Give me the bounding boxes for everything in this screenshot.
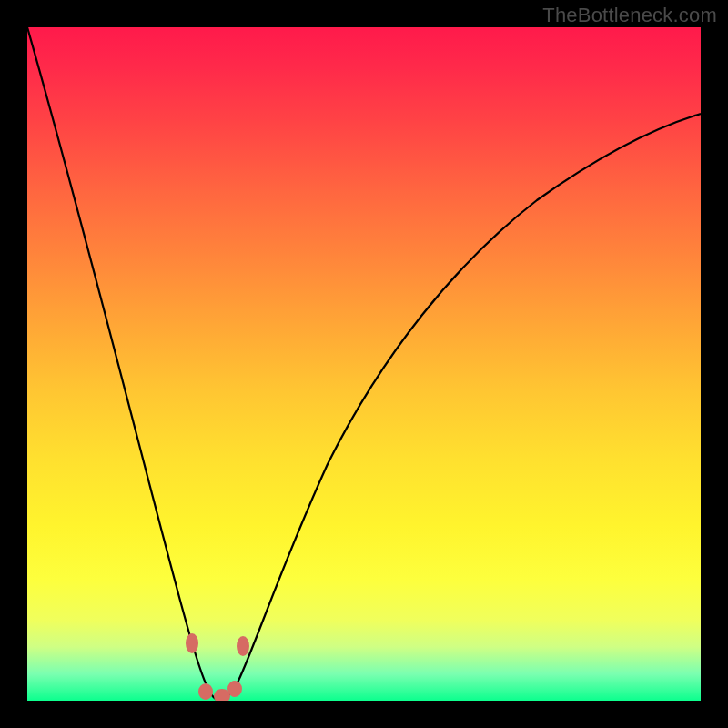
curve-left-branch <box>27 27 218 701</box>
chart-frame: TheBottleneck.com <box>0 0 728 728</box>
marker-dot <box>186 633 198 653</box>
marker-dot <box>237 636 249 656</box>
bottleneck-curve <box>27 27 701 701</box>
marker-dot <box>198 683 213 700</box>
highlight-dots <box>186 633 249 701</box>
curve-right-branch <box>218 114 701 701</box>
attribution-label: TheBottleneck.com <box>542 4 717 27</box>
gradient-plot-area <box>27 27 701 701</box>
marker-dot <box>228 681 242 697</box>
